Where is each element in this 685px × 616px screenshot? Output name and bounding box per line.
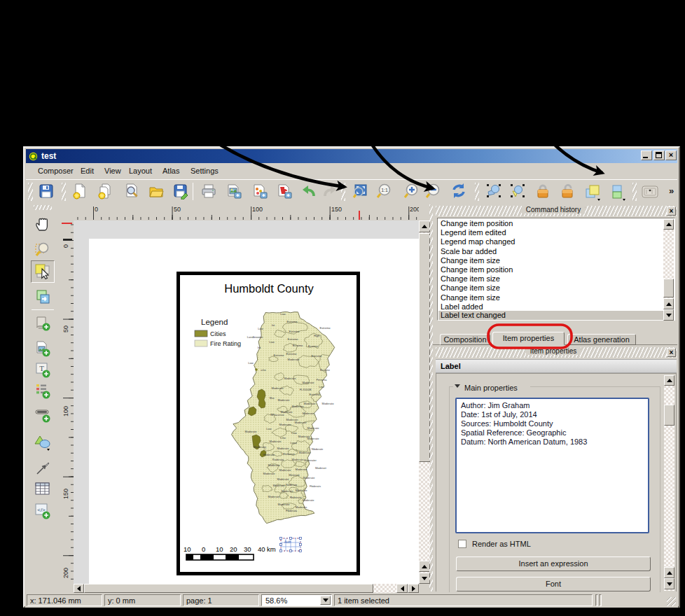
svg-text:Lows: Lows [290,441,296,444]
svg-text:Moderate: Moderate [296,468,308,471]
svg-text:Cities: Cities [210,330,226,337]
svg-text:20: 20 [230,545,237,553]
svg-text:Fire Rating: Fire Rating [210,340,241,347]
svg-text:Roderato: Roderato [272,458,284,461]
svg-text:Extreme: Extreme [287,320,298,323]
svg-text:Ecreme: Ecreme [320,368,331,372]
svg-text:Extreme: Extreme [289,330,300,333]
svg-text:Moderate: Moderate [303,381,315,384]
svg-text:Ecreimo: Ecreimo [293,344,303,347]
svg-text:Fbderats: Fbderats [310,484,321,488]
svg-text:Low: Low [269,340,274,344]
svg-text:10: 10 [184,545,191,553]
svg-text:Extreme: Extreme [286,352,298,356]
svg-text:</>: </> [37,507,46,513]
svg-text:Moderate: Moderate [307,426,320,430]
svg-text:Moderate: Moderate [268,463,281,467]
svg-text:Legend: Legend [201,318,228,326]
svg-text:Moderate: Moderate [277,477,290,481]
svg-text:Extremo: Extremo [320,326,331,330]
svg-text:Mxterate: Mxterate [289,473,300,477]
svg-text:Moderate: Moderate [295,421,307,424]
svg-text:Sho: Sho [269,396,275,400]
svg-text:Madorate: Madorate [245,430,258,433]
svg-text:Moderate: Moderate [273,484,286,487]
svg-text:Extreme: Extreme [288,337,299,341]
svg-text:Moderate: Moderate [303,412,315,415]
svg-text:Moderate: Moderate [279,423,292,426]
svg-text:Mtxierater: Mtxierater [304,458,317,462]
svg-text:Moderate: Moderate [288,358,300,361]
svg-text:Auth: Auth [284,540,291,544]
svg-text:10: 10 [216,545,223,553]
svg-text:Moderate: Moderate [268,495,281,498]
svg-text:Moderate: Moderate [292,405,305,408]
svg-text:Moderate: Moderate [272,386,284,390]
svg-text:Extreme: Extreme [312,354,323,358]
svg-text:Low: Low [291,431,296,435]
svg-text:Moderatej: Moderatej [254,445,266,449]
svg-text:Petrama: Petrama [316,378,327,382]
svg-text:Low: Low [280,312,285,316]
svg-text:Noderate: Noderate [286,483,298,486]
svg-text:Low: Low [248,361,253,365]
svg-text:Fbderata: Fbderata [286,509,298,512]
svg-text:Low: Low [258,327,263,330]
svg-text:Moderate: Moderate [307,437,320,440]
svg-text:Moderate: Moderate [304,402,317,405]
svg-text:Landbroome: Landbroome [247,335,263,339]
svg-text:Moderate: Moderate [278,503,291,506]
svg-text:Extremo: Extremo [310,393,321,396]
svg-text:High: High [314,334,319,337]
svg-text:Low: Low [319,385,324,388]
svg-text:Moderate: Moderate [277,447,290,450]
svg-text:Moderate: Moderate [279,468,292,472]
svg-text:Moderatr: Moderatr [315,466,327,470]
svg-text:Moderate: Moderate [303,498,315,502]
svg-text:Nbdorate: Nbdorate [312,447,324,451]
svg-text:40: 40 [258,545,265,553]
svg-text:km: km [267,545,276,553]
svg-text:NPtacense: NPtacense [270,413,284,416]
svg-text:Moderate: Moderate [282,489,294,493]
svg-text:Moderate: Moderate [284,377,297,380]
svg-text:Fbdenats: Fbdenats [290,496,302,499]
svg-text:iche: iche [261,368,266,372]
svg-text:Madsrats: Madsrats [296,505,307,509]
svg-text:Ecreme: Ecreme [308,344,319,348]
svg-text:Moderate: Moderate [296,489,308,492]
svg-text:Moderate: Moderate [263,472,276,475]
svg-text:FLX000B: FLX000B [300,388,312,391]
svg-text:Moderate: Moderate [303,476,316,479]
svg-text:Moderate: Moderate [292,458,305,461]
svg-text:30: 30 [244,545,251,553]
svg-text:Low: Low [266,427,271,430]
svg-text:Moderate: Moderate [270,440,282,443]
svg-text:Extreme: Extreme [274,354,285,357]
svg-text:Mtxlerexe: Mtxlerexe [282,452,295,456]
svg-text:Moderate: Moderate [278,398,291,402]
svg-text:0: 0 [202,545,205,553]
svg-text:Fbderate: Fbderate [263,453,275,456]
svg-text:Moderato: Moderato [322,402,335,405]
svg-text:Humboldt County: Humboldt County [224,282,314,295]
svg-text:1:1: 1:1 [381,188,388,192]
svg-text:Moderate: Moderate [299,451,312,454]
